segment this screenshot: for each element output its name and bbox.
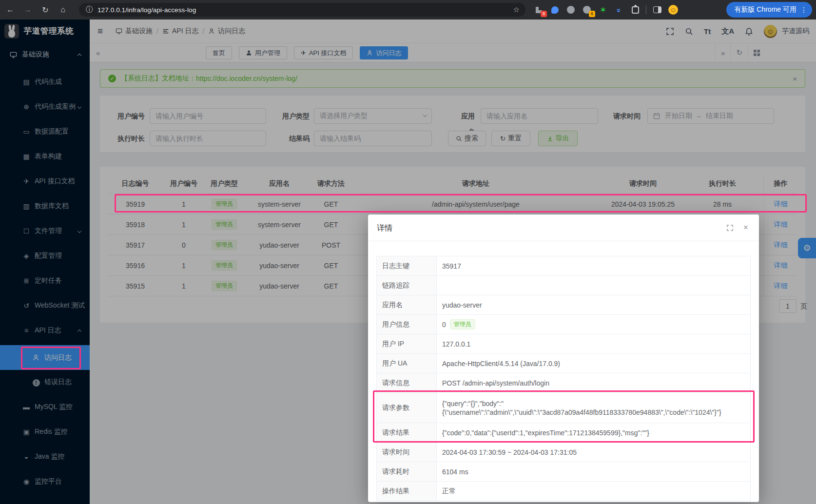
extension-icon-2[interactable] xyxy=(549,4,560,15)
forward-icon[interactable]: → xyxy=(20,5,35,14)
reload-icon[interactable]: ↻ xyxy=(38,5,53,15)
extension-icon-5[interactable]: ✶ xyxy=(598,4,608,15)
desc-value xyxy=(437,276,750,295)
url-bar[interactable]: ⓘ 127.0.0.1/infra/log/api-access-log ☆ xyxy=(79,3,525,17)
desc-row: 应用名yudao-server xyxy=(377,295,750,315)
url-text[interactable]: 127.0.0.1/infra/log/api-access-log xyxy=(97,6,196,14)
side-panel-icon[interactable] xyxy=(652,4,662,15)
puzzle-icon xyxy=(632,6,639,14)
desc-value: 2024-04-03 17:30:59 ~ 2024-04-03 17:31:0… xyxy=(437,443,750,462)
star-burst-icon: ✶ xyxy=(600,5,606,15)
dialog-close-icon[interactable]: × xyxy=(743,223,748,233)
extension-icon-1[interactable]: 8 xyxy=(533,4,544,15)
circle-icon xyxy=(567,6,575,14)
desc-value: yudao-server xyxy=(437,295,750,314)
user-type-tag: 管理员 xyxy=(450,319,475,330)
dialog-header: 详情 × xyxy=(368,214,759,241)
extension-badge: 8 xyxy=(541,11,547,17)
desc-row-request-result: 请求结果{"code":0,"data":{"userId":1,"expire… xyxy=(377,423,750,443)
desc-label: 链路追踪 xyxy=(377,276,437,295)
desc-label: 日志主键 xyxy=(377,256,437,275)
balloon-icon xyxy=(551,6,559,14)
divider xyxy=(646,5,646,14)
bookmark-star-icon[interactable]: ☆ xyxy=(513,5,520,14)
profile-avatar[interactable]: ☺ xyxy=(668,4,679,15)
extension-icon-3[interactable] xyxy=(565,4,576,15)
panel-icon xyxy=(653,6,661,13)
desc-value: POST /admin-api/system/auth/login xyxy=(437,373,750,392)
desc-row-request-params: 请求参数{"query":"{}","body":"{\"username\":… xyxy=(377,393,750,423)
browser-menu-icon[interactable]: ⋮ xyxy=(800,6,807,14)
desc-row: 请求时间2024-04-03 17:30:59 ~ 2024-04-03 17:… xyxy=(377,443,750,462)
chrome-update-button[interactable]: 有新版 Chrome 可用 ⋮ xyxy=(726,2,812,18)
desc-row: 日志主键35917 xyxy=(377,256,750,276)
desc-value: 正常 xyxy=(437,482,750,501)
site-info-icon[interactable]: ⓘ xyxy=(86,5,93,14)
desc-row: 请求信息POST /admin-api/system/auth/login xyxy=(377,373,750,393)
chrome-update-label: 有新版 Chrome 可用 xyxy=(734,5,797,14)
desc-value: {"code":0,"data":{"userId":1,"expiresTim… xyxy=(437,423,750,442)
desc-label: 请求信息 xyxy=(377,373,437,392)
detail-dialog: 详情 × 日志主键35917 链路追踪 应用名yudao-server 用户信息… xyxy=(368,214,759,502)
desc-row: 操作结果正常 xyxy=(377,482,750,501)
desc-value: 6104 ms xyxy=(437,462,750,481)
desc-label: 请求结果 xyxy=(377,423,437,442)
desc-row: 请求耗时6104 ms xyxy=(377,462,750,482)
home-icon[interactable]: ⌂ xyxy=(56,5,70,14)
browser-chrome: ← → ↻ ⌂ ⓘ 127.0.0.1/infra/log/api-access… xyxy=(0,0,816,19)
desc-label: 用户 UA xyxy=(377,354,437,373)
dialog-title: 详情 xyxy=(377,223,392,233)
desc-value: {"query":"{}","body":"{\"username\":\"ad… xyxy=(437,393,750,423)
screen: ← → ↻ ⌂ ⓘ 127.0.0.1/infra/log/api-access… xyxy=(0,0,816,504)
desc-label: 请求参数 xyxy=(377,393,437,423)
extension-icon-4[interactable]: 6 xyxy=(582,4,592,15)
desc-value: 127.0.0.1 xyxy=(437,334,750,353)
smiley-icon: ☺ xyxy=(668,5,678,15)
desc-row: 用户 IP127.0.0.1 xyxy=(377,334,750,354)
desc-row: 用户 UAApache-HttpClient/4.5.14 (Java/17.0… xyxy=(377,354,750,373)
desc-row: 链路追踪 xyxy=(377,276,750,295)
double-chevron-icon: » xyxy=(615,8,623,11)
desc-label: 请求耗时 xyxy=(377,462,437,481)
desc-label: 应用名 xyxy=(377,295,437,314)
extension-icon-6[interactable]: » xyxy=(614,4,624,15)
extension-badge: 6 xyxy=(589,11,595,17)
desc-value: 0管理员 xyxy=(437,315,750,334)
desc-label: 操作结果 xyxy=(377,482,437,501)
desc-label: 请求时间 xyxy=(377,443,437,462)
dialog-fullscreen-icon[interactable] xyxy=(726,224,734,232)
desc-label: 用户信息 xyxy=(377,315,437,334)
back-icon[interactable]: ← xyxy=(3,5,18,14)
app: 芋道管理系统 基础设施 ▤代码生成 ⊕代码生成案例 ▭数据源配置 ▦表单构建 ✈… xyxy=(0,19,816,504)
desc-row: 用户信息0管理员 xyxy=(377,315,750,334)
extension-icons: 8 6 ✶ » ☺ xyxy=(533,0,679,19)
desc-label: 用户 IP xyxy=(377,334,437,353)
extensions-puzzle-icon[interactable] xyxy=(630,4,641,15)
detail-descriptions: 日志主键35917 链路追踪 应用名yudao-server 用户信息0管理员 … xyxy=(376,256,751,501)
desc-value: 35917 xyxy=(437,256,750,275)
desc-value: Apache-HttpClient/4.5.14 (Java/17.0.9) xyxy=(437,354,750,373)
